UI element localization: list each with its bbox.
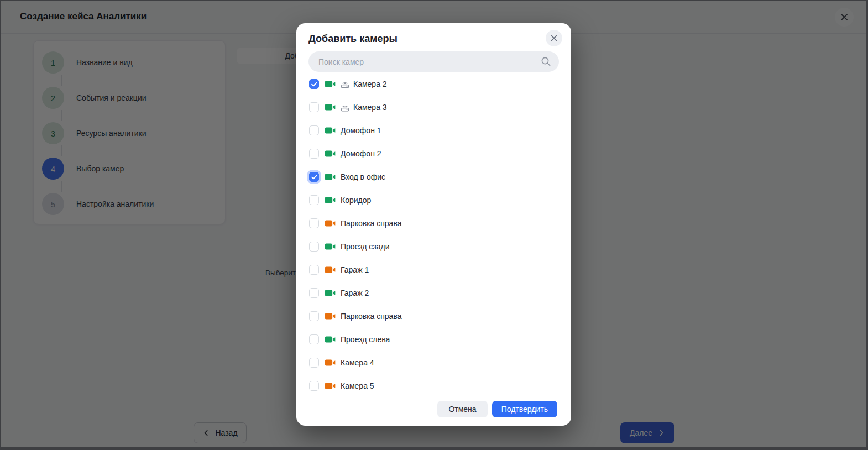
camera-name: Проезд сзади [341,242,389,251]
camera-name: Камера 2 [353,80,387,88]
camera-name: Вход в офис [341,172,385,181]
camera-name: Гараж 2 [341,289,369,297]
check-icon [311,82,317,87]
camera-checkbox[interactable] [309,125,319,135]
camera-row: Домофон 1 [308,119,559,142]
camera-icon [325,243,336,250]
camera-row: Камера 3 [308,96,559,119]
confirm-button[interactable]: Подтвердить [492,401,557,417]
camera-icon [325,336,336,343]
camera-row: Камера 4 [308,351,559,374]
camera-name: Камера 5 [341,381,374,390]
camera-name: Коридор [341,196,371,205]
camera-row: Вход в офис [308,165,559,189]
camera-checkbox[interactable] [309,334,319,344]
add-cameras-modal: Добавить камеры [296,23,571,426]
camera-row: Парковка справа [308,305,559,328]
camera-name: Парковка справа [341,219,401,228]
close-icon [551,35,557,41]
camera-icon [325,173,336,181]
search-icon [541,56,551,67]
camera-name: Парковка справа [341,312,401,321]
camera-name: Проезд слева [341,335,390,344]
camera-checkbox[interactable] [309,149,319,159]
camera-checkbox[interactable] [309,311,319,321]
camera-name: Домофон 2 [341,149,381,158]
camera-row: Гараж 2 [308,281,559,305]
camera-list: Камера 2 Камера 3 [308,72,559,397]
camera-checkbox[interactable] [309,172,319,182]
wifi-bridge-icon [341,103,351,112]
camera-row: Проезд слева [308,328,559,351]
app-screen: Создание кейса Аналитики 1 Название и ви… [0,0,868,450]
camera-checkbox[interactable] [309,381,319,391]
camera-checkbox[interactable] [309,288,319,298]
check-icon [311,175,317,180]
camera-name: Гараж 1 [341,265,369,274]
camera-icon [325,359,336,367]
wifi-bridge-icon [341,80,351,88]
camera-row: Гараж 1 [308,258,559,281]
camera-row: Коридор [308,189,559,212]
camera-icon [325,103,336,111]
camera-row: Проезд сзади [308,235,559,258]
camera-icon [325,219,336,227]
search-input[interactable] [317,57,541,67]
camera-checkbox[interactable] [309,102,319,112]
camera-icon [325,382,336,390]
camera-row: Камера 5 [308,374,559,397]
camera-row: Камера 2 [308,72,559,96]
camera-row: Домофон 2 [308,142,559,165]
camera-icon [325,196,336,204]
camera-row: Парковка справа [308,212,559,235]
camera-checkbox[interactable] [309,265,319,275]
camera-checkbox[interactable] [309,358,319,368]
camera-checkbox[interactable] [309,79,319,89]
camera-icon [325,266,336,274]
camera-name: Камера 4 [341,358,374,367]
camera-checkbox[interactable] [309,195,319,205]
camera-icon [325,80,336,88]
camera-checkbox[interactable] [309,218,319,228]
camera-name: Домофон 1 [341,126,381,135]
camera-icon [325,150,336,158]
modal-title: Добавить камеры [308,33,398,45]
camera-icon [325,289,336,297]
modal-close-button[interactable] [546,30,562,46]
camera-name: Камера 3 [353,103,387,112]
camera-checkbox[interactable] [309,242,319,252]
modal-footer: Отмена Подтвердить [437,401,557,417]
camera-icon [325,127,336,134]
camera-icon [325,312,336,320]
cancel-button[interactable]: Отмена [437,401,487,417]
camera-search [308,51,559,72]
